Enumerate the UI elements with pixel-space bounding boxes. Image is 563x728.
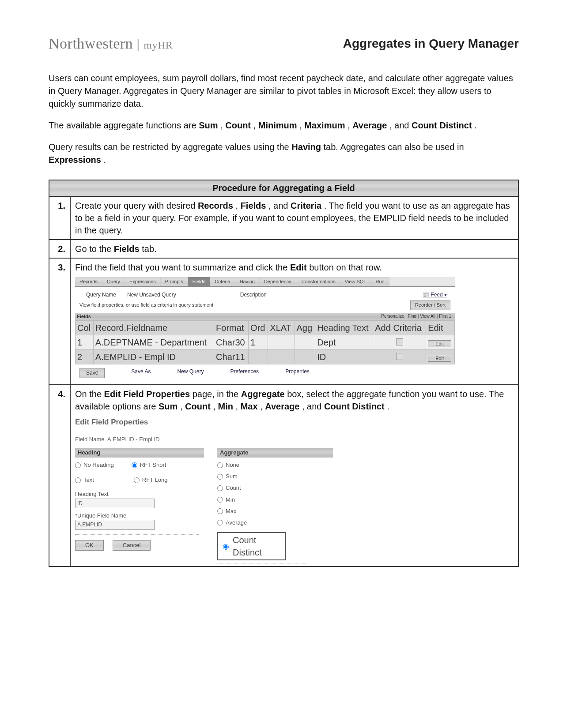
feed-link[interactable]: 📰 Feed ▾ — [423, 291, 447, 299]
step-text: Find the field that you want to summariz… — [70, 258, 518, 385]
aggregate-radio-min[interactable]: Min — [217, 496, 310, 504]
preferences-link[interactable]: Preferences — [230, 368, 259, 378]
aggregate-radio-max[interactable]: Max — [217, 507, 310, 515]
heading-radio-no-heading[interactable]: No Heading — [75, 461, 114, 469]
heading-panel: Heading No Heading RFT Short Text RFT Lo… — [75, 448, 204, 551]
tab-prompts[interactable]: Prompts — [161, 277, 188, 286]
aggregate-radio-average[interactable]: Average — [217, 519, 310, 527]
add-criteria-icon[interactable] — [396, 338, 403, 345]
column-header: Ord — [249, 320, 268, 335]
efp-field-row: Field Name A.EMPLID - Empl ID — [75, 435, 349, 443]
step-text: On the Edit Field Properties page, in th… — [70, 385, 518, 567]
helper-text-row: View field properties, or use field as c… — [75, 299, 455, 312]
efp-panels: Heading No Heading RFT Short Text RFT Lo… — [75, 448, 349, 563]
heading-radio-text[interactable]: Text — [75, 476, 94, 484]
tab-having[interactable]: Having — [235, 277, 260, 286]
aggregate-panel-header: Aggregate — [217, 448, 333, 458]
column-header: Format — [214, 320, 249, 335]
aggregate-radio-none[interactable]: None — [217, 461, 310, 469]
tab-records[interactable]: Records — [75, 277, 102, 286]
description-label: Description — [240, 291, 267, 299]
edit-button[interactable]: Edit — [428, 355, 451, 362]
brand-sub: myHR — [144, 39, 173, 51]
table-row: 3. Find the field that you want to summa… — [49, 258, 518, 385]
step-number: 3. — [49, 258, 70, 385]
document-page: Northwestern | myHR Aggregates in Query … — [0, 0, 563, 593]
reorder-sort-button[interactable]: Reorder / Sort — [410, 300, 450, 310]
brand: Northwestern | myHR — [49, 35, 173, 52]
step-number: 2. — [49, 240, 70, 258]
fields-band: Fields Personalize | Find | View All | F… — [75, 313, 455, 320]
grid-toolbar[interactable]: Personalize | Find | View All | First 1 — [381, 313, 453, 319]
column-header: Edit — [426, 320, 455, 335]
query-name-value: New Unsaved Query — [127, 291, 176, 299]
query-name-row: Query Name New Unsaved Query Description… — [75, 287, 455, 299]
tab-query[interactable]: Query — [102, 277, 125, 286]
intro-paragraph-1: Users can count employees, sum payroll d… — [49, 72, 519, 110]
tab-fields[interactable]: Fields — [188, 277, 210, 286]
page-title: Aggregates in Query Manager — [343, 37, 519, 51]
add-criteria-icon[interactable] — [396, 353, 403, 360]
tab-criteria[interactable]: Criteria — [210, 277, 235, 286]
fields-grid: ColRecord.FieldnameFormatOrdXLATAggHeadi… — [75, 320, 455, 364]
column-header: Heading Text — [315, 320, 373, 335]
heading-radio-rft-short[interactable]: RFT Short — [132, 461, 166, 469]
aggregate-radio-sum[interactable]: Sum — [217, 473, 310, 480]
step-text: Create your query with desired Records ,… — [70, 196, 518, 240]
efp-title: Edit Field Properties — [75, 417, 349, 428]
ok-button[interactable]: OK — [75, 540, 104, 551]
unique-field-input[interactable]: A.EMPLID — [75, 520, 155, 530]
intro-paragraph-2: The available aggregate functions are Su… — [49, 119, 519, 132]
column-header: XLAT — [268, 320, 295, 335]
unique-field-label: *Unique Field Name — [75, 512, 199, 520]
heading-radio-rft-long[interactable]: RFT Long — [134, 476, 168, 484]
bottom-action-bar: Save Save As New Query Preferences Prope… — [75, 364, 455, 382]
edit-button[interactable]: Edit — [428, 340, 451, 347]
table-row: 2A.EMPLID - Empl IDChar11IDEdit — [76, 349, 455, 364]
save-as-link[interactable]: Save As — [131, 368, 151, 378]
column-header: Add Criteria — [373, 320, 426, 335]
table-row: 4. On the Edit Field Properties page, in… — [49, 385, 518, 567]
step-number: 1. — [49, 196, 70, 240]
tab-run[interactable]: Run — [371, 277, 389, 286]
fields-tab-screenshot: RecordsQueryExpressionsPromptsFieldsCrit… — [75, 277, 455, 382]
tab-transformations[interactable]: Transformations — [296, 277, 340, 286]
step-text: Go to the Fields tab. — [70, 240, 518, 258]
aggregate-radio-count-distinct[interactable]: Count Distinct — [217, 532, 286, 560]
column-header: Record.Fieldname — [93, 320, 214, 335]
column-header: Col — [76, 320, 94, 335]
tab-view-sql[interactable]: View SQL — [340, 277, 371, 286]
heading-panel-header: Heading — [75, 448, 204, 458]
column-header: Agg — [295, 320, 315, 335]
brand-separator: | — [136, 37, 140, 52]
tab-dependency[interactable]: Dependency — [260, 277, 296, 286]
procedure-title: Procedure for Aggregating a Field — [49, 180, 518, 196]
tab-bar: RecordsQueryExpressionsPromptsFieldsCrit… — [75, 277, 455, 287]
tab-expressions[interactable]: Expressions — [125, 277, 161, 286]
helper-text: View field properties, or use field as c… — [79, 302, 215, 308]
heading-text-input[interactable]: ID — [75, 499, 155, 509]
procedure-table: Procedure for Aggregating a Field 1. Cre… — [49, 180, 519, 567]
edit-field-properties-screenshot: Edit Field Properties Field Name A.EMPLI… — [75, 417, 349, 563]
header-bar: Northwestern | myHR Aggregates in Query … — [49, 35, 519, 54]
heading-text-label: Heading Text — [75, 490, 199, 498]
table-row: 2. Go to the Fields tab. — [49, 240, 518, 258]
step-number: 4. — [49, 385, 70, 567]
intro-paragraph-3: Query results can be restricted by aggre… — [49, 141, 519, 166]
cancel-button[interactable]: Cancel — [113, 540, 151, 551]
new-query-link[interactable]: New Query — [177, 368, 204, 378]
save-button[interactable]: Save — [79, 368, 105, 378]
intro-text: Users can count employees, sum payroll d… — [49, 72, 519, 166]
properties-link[interactable]: Properties — [285, 368, 310, 378]
aggregate-radio-count[interactable]: Count — [217, 484, 310, 492]
table-row: 1A.DEPTNAME - DepartmentChar301DeptEdit — [76, 335, 455, 349]
brand-main: Northwestern — [49, 35, 133, 52]
table-row: 1. Create your query with desired Record… — [49, 196, 518, 240]
aggregate-panel: Aggregate None Sum Count Min Max Average… — [217, 448, 333, 563]
query-name-label: Query Name — [86, 291, 116, 299]
